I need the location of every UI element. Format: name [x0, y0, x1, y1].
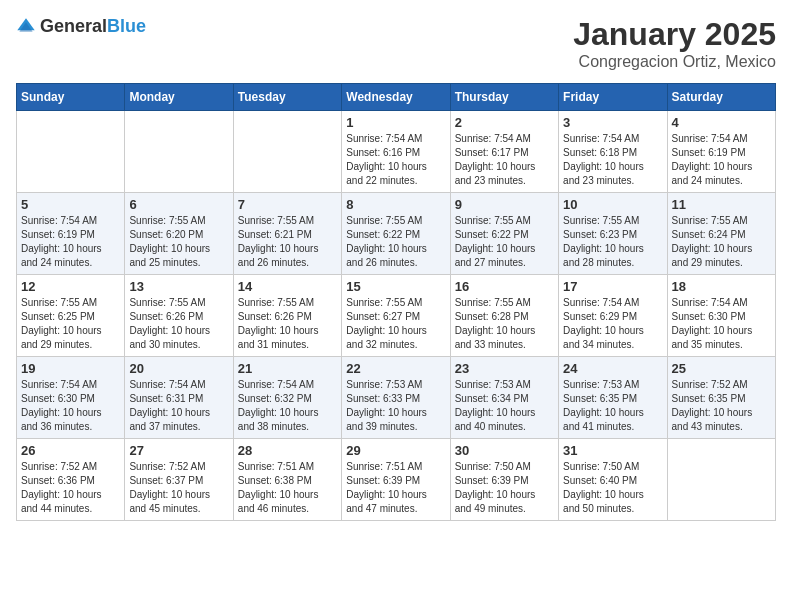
calendar-cell: 18 Sunrise: 7:54 AMSunset: 6:30 PMDaylig…: [667, 275, 775, 357]
day-cell: 24 Sunrise: 7:53 AMSunset: 6:35 PMDaylig…: [563, 361, 662, 434]
day-cell: 19 Sunrise: 7:54 AMSunset: 6:30 PMDaylig…: [21, 361, 120, 434]
calendar-cell: 4 Sunrise: 7:54 AMSunset: 6:19 PMDayligh…: [667, 111, 775, 193]
day-detail: Sunrise: 7:53 AMSunset: 6:33 PMDaylight:…: [346, 378, 445, 434]
day-detail: Sunrise: 7:52 AMSunset: 6:36 PMDaylight:…: [21, 460, 120, 516]
calendar-cell: 7 Sunrise: 7:55 AMSunset: 6:21 PMDayligh…: [233, 193, 341, 275]
calendar-cell: 24 Sunrise: 7:53 AMSunset: 6:35 PMDaylig…: [559, 357, 667, 439]
empty-day: [129, 115, 228, 185]
day-cell: 3 Sunrise: 7:54 AMSunset: 6:18 PMDayligh…: [563, 115, 662, 188]
calendar-cell: [233, 111, 341, 193]
day-number: 26: [21, 443, 120, 458]
day-number: 6: [129, 197, 228, 212]
day-number: 15: [346, 279, 445, 294]
day-detail: Sunrise: 7:52 AMSunset: 6:37 PMDaylight:…: [129, 460, 228, 516]
day-number: 28: [238, 443, 337, 458]
day-detail: Sunrise: 7:54 AMSunset: 6:32 PMDaylight:…: [238, 378, 337, 434]
week-row-2: 5 Sunrise: 7:54 AMSunset: 6:19 PMDayligh…: [17, 193, 776, 275]
day-cell: 12 Sunrise: 7:55 AMSunset: 6:25 PMDaylig…: [21, 279, 120, 352]
day-detail: Sunrise: 7:50 AMSunset: 6:40 PMDaylight:…: [563, 460, 662, 516]
calendar-cell: [125, 111, 233, 193]
day-cell: 31 Sunrise: 7:50 AMSunset: 6:40 PMDaylig…: [563, 443, 662, 516]
day-cell: 20 Sunrise: 7:54 AMSunset: 6:31 PMDaylig…: [129, 361, 228, 434]
calendar-cell: 16 Sunrise: 7:55 AMSunset: 6:28 PMDaylig…: [450, 275, 558, 357]
day-number: 22: [346, 361, 445, 376]
week-row-4: 19 Sunrise: 7:54 AMSunset: 6:30 PMDaylig…: [17, 357, 776, 439]
calendar-cell: 23 Sunrise: 7:53 AMSunset: 6:34 PMDaylig…: [450, 357, 558, 439]
logo-icon: [16, 17, 36, 37]
day-cell: 8 Sunrise: 7:55 AMSunset: 6:22 PMDayligh…: [346, 197, 445, 270]
day-number: 30: [455, 443, 554, 458]
day-header-monday: Monday: [125, 84, 233, 111]
calendar-cell: 30 Sunrise: 7:50 AMSunset: 6:39 PMDaylig…: [450, 439, 558, 521]
header-row: SundayMondayTuesdayWednesdayThursdayFrid…: [17, 84, 776, 111]
day-detail: Sunrise: 7:50 AMSunset: 6:39 PMDaylight:…: [455, 460, 554, 516]
calendar-cell: 29 Sunrise: 7:51 AMSunset: 6:39 PMDaylig…: [342, 439, 450, 521]
day-header-thursday: Thursday: [450, 84, 558, 111]
day-detail: Sunrise: 7:54 AMSunset: 6:30 PMDaylight:…: [672, 296, 771, 352]
day-number: 16: [455, 279, 554, 294]
day-cell: 6 Sunrise: 7:55 AMSunset: 6:20 PMDayligh…: [129, 197, 228, 270]
calendar-header: SundayMondayTuesdayWednesdayThursdayFrid…: [17, 84, 776, 111]
day-detail: Sunrise: 7:55 AMSunset: 6:23 PMDaylight:…: [563, 214, 662, 270]
day-cell: 15 Sunrise: 7:55 AMSunset: 6:27 PMDaylig…: [346, 279, 445, 352]
day-detail: Sunrise: 7:53 AMSunset: 6:35 PMDaylight:…: [563, 378, 662, 434]
day-cell: 28 Sunrise: 7:51 AMSunset: 6:38 PMDaylig…: [238, 443, 337, 516]
calendar-cell: 5 Sunrise: 7:54 AMSunset: 6:19 PMDayligh…: [17, 193, 125, 275]
day-number: 20: [129, 361, 228, 376]
day-detail: Sunrise: 7:54 AMSunset: 6:16 PMDaylight:…: [346, 132, 445, 188]
day-detail: Sunrise: 7:51 AMSunset: 6:38 PMDaylight:…: [238, 460, 337, 516]
calendar-cell: 6 Sunrise: 7:55 AMSunset: 6:20 PMDayligh…: [125, 193, 233, 275]
calendar-cell: 13 Sunrise: 7:55 AMSunset: 6:26 PMDaylig…: [125, 275, 233, 357]
day-number: 31: [563, 443, 662, 458]
calendar-cell: 12 Sunrise: 7:55 AMSunset: 6:25 PMDaylig…: [17, 275, 125, 357]
day-detail: Sunrise: 7:55 AMSunset: 6:27 PMDaylight:…: [346, 296, 445, 352]
day-detail: Sunrise: 7:52 AMSunset: 6:35 PMDaylight:…: [672, 378, 771, 434]
day-header-sunday: Sunday: [17, 84, 125, 111]
empty-day: [672, 443, 771, 513]
day-number: 18: [672, 279, 771, 294]
calendar-cell: 8 Sunrise: 7:55 AMSunset: 6:22 PMDayligh…: [342, 193, 450, 275]
calendar-cell: [17, 111, 125, 193]
day-detail: Sunrise: 7:55 AMSunset: 6:20 PMDaylight:…: [129, 214, 228, 270]
day-detail: Sunrise: 7:55 AMSunset: 6:26 PMDaylight:…: [129, 296, 228, 352]
day-detail: Sunrise: 7:54 AMSunset: 6:29 PMDaylight:…: [563, 296, 662, 352]
calendar-cell: 27 Sunrise: 7:52 AMSunset: 6:37 PMDaylig…: [125, 439, 233, 521]
calendar-cell: 14 Sunrise: 7:55 AMSunset: 6:26 PMDaylig…: [233, 275, 341, 357]
day-header-friday: Friday: [559, 84, 667, 111]
day-number: 19: [21, 361, 120, 376]
day-number: 14: [238, 279, 337, 294]
day-detail: Sunrise: 7:54 AMSunset: 6:18 PMDaylight:…: [563, 132, 662, 188]
day-cell: 30 Sunrise: 7:50 AMSunset: 6:39 PMDaylig…: [455, 443, 554, 516]
day-detail: Sunrise: 7:54 AMSunset: 6:30 PMDaylight:…: [21, 378, 120, 434]
day-cell: 18 Sunrise: 7:54 AMSunset: 6:30 PMDaylig…: [672, 279, 771, 352]
day-number: 7: [238, 197, 337, 212]
calendar-cell: 10 Sunrise: 7:55 AMSunset: 6:23 PMDaylig…: [559, 193, 667, 275]
day-detail: Sunrise: 7:55 AMSunset: 6:22 PMDaylight:…: [346, 214, 445, 270]
day-number: 25: [672, 361, 771, 376]
day-number: 27: [129, 443, 228, 458]
calendar-cell: 2 Sunrise: 7:54 AMSunset: 6:17 PMDayligh…: [450, 111, 558, 193]
title-area: January 2025 Congregacion Ortiz, Mexico: [573, 16, 776, 71]
day-number: 29: [346, 443, 445, 458]
calendar-cell: 28 Sunrise: 7:51 AMSunset: 6:38 PMDaylig…: [233, 439, 341, 521]
day-cell: 27 Sunrise: 7:52 AMSunset: 6:37 PMDaylig…: [129, 443, 228, 516]
calendar-cell: 31 Sunrise: 7:50 AMSunset: 6:40 PMDaylig…: [559, 439, 667, 521]
calendar-cell: 19 Sunrise: 7:54 AMSunset: 6:30 PMDaylig…: [17, 357, 125, 439]
calendar-subtitle: Congregacion Ortiz, Mexico: [573, 53, 776, 71]
day-number: 3: [563, 115, 662, 130]
calendar-cell: 9 Sunrise: 7:55 AMSunset: 6:22 PMDayligh…: [450, 193, 558, 275]
day-detail: Sunrise: 7:54 AMSunset: 6:19 PMDaylight:…: [672, 132, 771, 188]
logo: GeneralBlue: [16, 16, 146, 37]
day-number: 13: [129, 279, 228, 294]
day-number: 11: [672, 197, 771, 212]
calendar-cell: 25 Sunrise: 7:52 AMSunset: 6:35 PMDaylig…: [667, 357, 775, 439]
day-number: 21: [238, 361, 337, 376]
day-cell: 1 Sunrise: 7:54 AMSunset: 6:16 PMDayligh…: [346, 115, 445, 188]
day-header-tuesday: Tuesday: [233, 84, 341, 111]
day-cell: 26 Sunrise: 7:52 AMSunset: 6:36 PMDaylig…: [21, 443, 120, 516]
page-header: GeneralBlue January 2025 Congregacion Or…: [16, 16, 776, 71]
day-cell: 14 Sunrise: 7:55 AMSunset: 6:26 PMDaylig…: [238, 279, 337, 352]
day-detail: Sunrise: 7:51 AMSunset: 6:39 PMDaylight:…: [346, 460, 445, 516]
calendar-cell: 22 Sunrise: 7:53 AMSunset: 6:33 PMDaylig…: [342, 357, 450, 439]
week-row-1: 1 Sunrise: 7:54 AMSunset: 6:16 PMDayligh…: [17, 111, 776, 193]
